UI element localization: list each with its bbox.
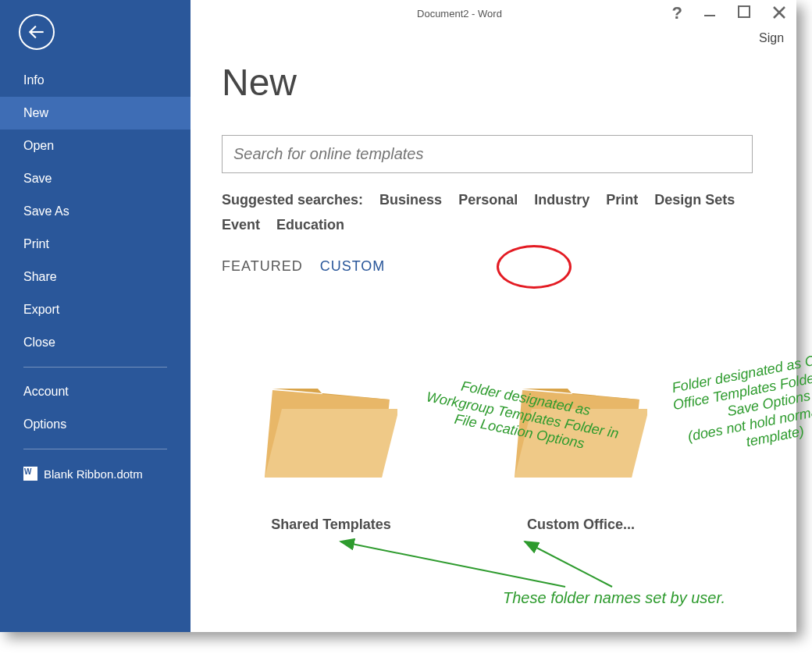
template-search	[222, 135, 753, 173]
template-label: Shared Templates	[271, 517, 391, 533]
suggested-link-event[interactable]: Event	[222, 217, 260, 233]
back-button[interactable]	[19, 14, 55, 50]
tab-custom[interactable]: CUSTOM	[320, 258, 386, 275]
svg-marker-7	[265, 409, 397, 478]
search-input[interactable]	[222, 135, 753, 173]
maximize-button[interactable]	[734, 3, 754, 23]
template-label: Custom Office...	[527, 517, 635, 533]
sidebar-item-save[interactable]: Save	[0, 162, 191, 195]
svg-line-13	[525, 542, 612, 587]
suggested-link-print[interactable]: Print	[606, 192, 638, 208]
suggested-searches: Suggested searches: Business Personal In…	[222, 187, 760, 238]
titlebar: Document2 - Word ?	[191, 0, 796, 27]
close-button[interactable]	[768, 3, 790, 25]
window-controls: ?	[669, 3, 790, 25]
suggested-link-design-sets[interactable]: Design Sets	[654, 192, 735, 208]
window-title: Document2 - Word	[417, 8, 502, 20]
folder-icon	[515, 376, 647, 485]
folder-icon	[265, 376, 397, 485]
template-tile-shared[interactable]: Shared Templates	[253, 376, 409, 533]
sign-in-link[interactable]: Sign	[759, 31, 796, 45]
suggested-link-education[interactable]: Education	[276, 217, 344, 233]
page-title: New	[222, 61, 796, 104]
sidebar-item-account[interactable]: Account	[0, 375, 191, 408]
main-content: Document2 - Word ? Sign New Suggested se…	[191, 0, 796, 632]
template-tile-custom-office[interactable]: Custom Office...	[503, 376, 659, 533]
help-button[interactable]: ?	[669, 3, 686, 23]
templates-row: Shared Templates Custom Office...	[222, 376, 796, 533]
minimize-button[interactable]	[700, 3, 720, 23]
suggested-link-personal[interactable]: Personal	[458, 192, 518, 208]
recent-file-label: Blank Ribbon.dotm	[44, 467, 143, 481]
suggested-link-industry[interactable]: Industry	[534, 192, 589, 208]
sidebar-separator-2	[23, 449, 167, 449]
sidebar-item-options[interactable]: Options	[0, 408, 191, 441]
sidebar-item-close[interactable]: Close	[0, 326, 191, 359]
sidebar-item-export[interactable]: Export	[0, 293, 191, 326]
app-window: Info New Open Save Save As Print Share E…	[0, 0, 796, 632]
suggested-link-business[interactable]: Business	[379, 192, 442, 208]
sidebar-item-new[interactable]: New	[0, 97, 191, 130]
close-icon	[771, 5, 787, 20]
svg-line-12	[340, 542, 565, 587]
maximize-icon	[737, 5, 751, 19]
sidebar-item-share[interactable]: Share	[0, 261, 191, 293]
sidebar-item-info[interactable]: Info	[0, 64, 191, 97]
word-document-icon	[23, 467, 37, 481]
sidebar-item-print[interactable]: Print	[0, 228, 191, 261]
sidebar-separator	[23, 367, 167, 368]
sidebar-item-save-as[interactable]: Save As	[0, 195, 191, 228]
template-tabs: FEATURED CUSTOM	[222, 258, 796, 275]
svg-rect-2	[739, 6, 750, 17]
backstage-sidebar: Info New Open Save Save As Print Share E…	[0, 0, 191, 632]
arrow-left-icon	[27, 22, 47, 42]
sidebar-item-open[interactable]: Open	[0, 130, 191, 162]
suggested-label: Suggested searches:	[222, 192, 363, 208]
minimize-icon	[703, 5, 717, 19]
svg-marker-10	[515, 409, 647, 478]
recent-file-item[interactable]: Blank Ribbon.dotm	[0, 457, 191, 490]
annotation-bottom: These folder names set by user.	[503, 589, 725, 607]
tab-featured[interactable]: FEATURED	[222, 258, 303, 275]
